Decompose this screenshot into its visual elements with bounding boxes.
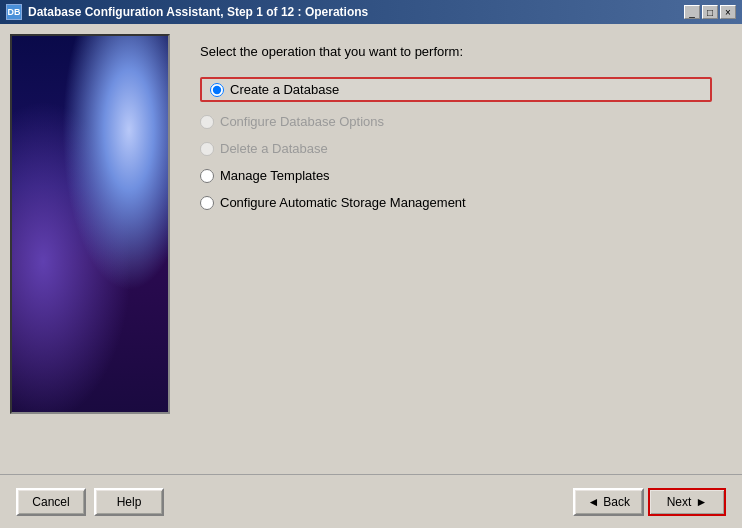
svg-rect-39 — [96, 328, 138, 381]
instruction-text: Select the operation that you want to pe… — [200, 44, 712, 59]
radio-create-database[interactable] — [210, 83, 224, 97]
svg-line-9 — [20, 39, 32, 51]
back-arrow-icon: ◄ — [587, 495, 599, 509]
svg-rect-24 — [125, 212, 135, 222]
maximize-button[interactable]: □ — [702, 5, 718, 19]
content-area: ✓ ✓ ✓ — [0, 24, 742, 474]
help-button[interactable]: Help — [94, 488, 164, 516]
svg-point-1 — [12, 186, 117, 326]
main-area: ✓ ✓ ✓ — [0, 24, 742, 528]
right-buttons: ◄ Back Next ► — [573, 488, 726, 516]
svg-line-10 — [32, 51, 44, 63]
svg-line-4 — [32, 51, 77, 131]
label-delete-database: Delete a Database — [220, 141, 328, 156]
button-bar: Cancel Help ◄ Back Next ► — [0, 474, 742, 528]
svg-rect-0 — [12, 36, 170, 414]
illustration-svg: ✓ ✓ ✓ — [12, 36, 170, 414]
radio-configure-database — [200, 115, 214, 129]
option-create-database[interactable]: Create a Database — [200, 77, 712, 102]
window-title: Database Configuration Assistant, Step 1… — [28, 5, 368, 19]
svg-point-20 — [72, 178, 108, 192]
svg-rect-35 — [89, 326, 154, 376]
svg-point-32 — [22, 363, 60, 377]
svg-text:✓: ✓ — [124, 238, 132, 249]
svg-line-11 — [32, 39, 44, 51]
svg-marker-14 — [80, 124, 120, 163]
option-configure-database[interactable]: Configure Database Options — [200, 114, 712, 129]
label-manage-templates[interactable]: Manage Templates — [220, 168, 330, 183]
svg-rect-19 — [72, 185, 108, 250]
svg-text:✓: ✓ — [124, 225, 132, 236]
svg-rect-37 — [97, 322, 144, 380]
svg-point-16 — [30, 193, 66, 207]
right-panel: Select the operation that you want to pe… — [180, 34, 732, 464]
svg-rect-15 — [30, 200, 66, 255]
svg-rect-23 — [122, 196, 158, 210]
left-buttons: Cancel Help — [16, 488, 164, 516]
svg-rect-28 — [125, 238, 135, 248]
svg-point-31 — [22, 303, 60, 317]
title-bar: DB Database Configuration Assistant, Ste… — [0, 0, 742, 24]
radio-manage-templates[interactable] — [200, 169, 214, 183]
svg-line-34 — [28, 326, 54, 356]
svg-point-3 — [95, 74, 159, 138]
window-controls[interactable]: _ □ × — [684, 5, 736, 19]
svg-rect-38 — [101, 325, 145, 381]
label-create-database[interactable]: Create a Database — [230, 82, 339, 97]
svg-point-2 — [82, 61, 170, 151]
next-label: Next — [667, 495, 692, 509]
option-delete-database[interactable]: Delete a Database — [200, 141, 712, 156]
label-storage-management[interactable]: Configure Automatic Storage Management — [220, 195, 466, 210]
svg-rect-36 — [89, 320, 119, 330]
next-arrow-icon: ► — [695, 495, 707, 509]
minimize-button[interactable]: _ — [684, 5, 700, 19]
close-button[interactable]: × — [720, 5, 736, 19]
back-button[interactable]: ◄ Back — [573, 488, 644, 516]
label-configure-database: Configure Database Options — [220, 114, 384, 129]
svg-line-33 — [28, 326, 54, 356]
back-label: Back — [603, 495, 630, 509]
app-icon: DB — [6, 4, 22, 20]
cancel-button[interactable]: Cancel — [16, 488, 86, 516]
radio-delete-database — [200, 142, 214, 156]
svg-point-17 — [30, 248, 66, 262]
svg-rect-30 — [22, 310, 60, 370]
svg-line-12 — [20, 51, 32, 63]
svg-text:✓: ✓ — [124, 212, 132, 223]
illustration-panel: ✓ ✓ ✓ — [10, 34, 170, 414]
next-button[interactable]: Next ► — [648, 488, 726, 516]
svg-point-21 — [72, 243, 108, 257]
svg-point-13 — [28, 47, 36, 55]
svg-rect-26 — [125, 225, 135, 235]
radio-storage-management[interactable] — [200, 196, 214, 210]
title-bar-left: DB Database Configuration Assistant, Ste… — [6, 4, 368, 20]
svg-rect-22 — [122, 196, 158, 251]
option-manage-templates[interactable]: Manage Templates — [200, 168, 712, 183]
svg-point-18 — [30, 193, 66, 207]
option-storage-management[interactable]: Configure Automatic Storage Management — [200, 195, 712, 210]
options-list: Create a Database Configure Database Opt… — [200, 77, 712, 210]
